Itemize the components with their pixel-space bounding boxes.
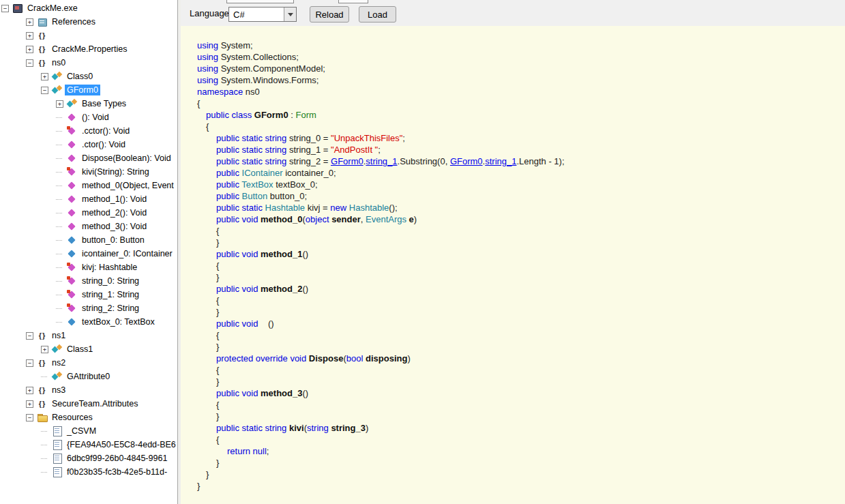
code-token: public void: [216, 284, 261, 294]
tree-item-class1[interactable]: +Class1: [0, 342, 177, 356]
chevron-down-icon[interactable]: [284, 8, 296, 21]
resource-icon: [52, 453, 63, 464]
code-token: public: [216, 168, 242, 178]
code-token: string_0 =: [289, 133, 331, 143]
code-token: button_0;: [267, 191, 307, 201]
code-line: return null;: [197, 445, 845, 457]
code-link[interactable]: GForm0: [331, 156, 364, 166]
code-token: "AndPostIt ": [331, 145, 378, 155]
tree-item-label: icontainer_0: IContainer: [80, 248, 175, 259]
tree-item-base-types[interactable]: +Base Types: [0, 97, 177, 110]
collapse-icon[interactable]: −: [26, 359, 33, 367]
code-token: method_0: [261, 214, 302, 224]
load-button[interactable]: Load: [359, 6, 396, 23]
expand-icon[interactable]: +: [26, 400, 33, 408]
collapse-icon[interactable]: −: [26, 59, 33, 67]
tree-item-fea94a50-e5c8-4edd-be6[interactable]: {FEA94A50-E5C8-4edd-BE6: [0, 438, 177, 451]
code-link[interactable]: GForm0: [450, 156, 483, 166]
code-token: IContainer: [242, 168, 283, 178]
code-token: {: [206, 121, 209, 132]
tree-item-references[interactable]: +References: [0, 15, 177, 29]
collapse-icon[interactable]: −: [1, 5, 9, 12]
expand-icon[interactable]: +: [41, 73, 48, 80]
expand-icon[interactable]: +: [26, 32, 33, 40]
tree-item-ns2[interactable]: −ns2: [0, 356, 177, 370]
code-token: kivi: [289, 423, 304, 433]
code-line: {: [197, 399, 845, 411]
tree-connector: [41, 455, 52, 462]
namespace-icon: [37, 44, 48, 55]
tree-item-cctor-void[interactable]: .cctor(): Void: [0, 124, 177, 138]
tree-item-label: Class0: [65, 71, 95, 82]
tree-item-f0b23b35-fc3b-42e5-b11d[interactable]: f0b23b35-fc3b-42e5-b11d-: [0, 465, 177, 479]
tree-item-label: ns2: [50, 357, 68, 368]
code-token: using: [197, 63, 221, 74]
tree-item-string-0-string[interactable]: string_0: String: [0, 274, 177, 288]
tree-item-6dbc9f99-26b0-4845-9961[interactable]: 6dbc9f99-26b0-4845-9961: [0, 451, 177, 465]
expand-icon[interactable]: +: [41, 346, 48, 353]
tree-item-namespace[interactable]: +: [0, 29, 177, 42]
reload-button[interactable]: Reload: [310, 6, 349, 23]
tree-item-button-0-button[interactable]: button_0: Button: [0, 233, 177, 247]
tree-connector: [56, 237, 67, 244]
tree-connector: [56, 291, 67, 299]
code-token: textBox_0;: [273, 179, 318, 190]
code-token: public void: [216, 214, 261, 224]
code-link[interactable]: string_1: [485, 156, 516, 166]
code-token: new: [330, 203, 349, 213]
tree-item-ctor-void[interactable]: .ctor(): Void: [0, 138, 177, 151]
code-token: .Length - 1);: [516, 156, 564, 166]
tree-item-dispose-boolean-void[interactable]: Dispose(Boolean): Void: [0, 151, 177, 165]
tree-item-ns1[interactable]: −ns1: [0, 329, 177, 342]
collapse-icon[interactable]: −: [26, 414, 33, 421]
tree-item-ns0[interactable]: −ns0: [0, 56, 177, 70]
code-token: {: [216, 400, 219, 410]
tree-item-gattribute0[interactable]: GAttribute0: [0, 370, 177, 383]
code-line: public void method_0(object sender, Even…: [197, 213, 845, 225]
namespace-icon: [37, 398, 48, 409]
tree-item-textbox-0-textbox[interactable]: textBox_0: TextBox: [0, 315, 177, 329]
assembly-tree[interactable]: −CrackMe.exe+References++CrackMe.Propert…: [0, 1, 177, 479]
assembly-tree-panel: −CrackMe.exe+References++CrackMe.Propert…: [0, 0, 178, 504]
tree-item-ns3[interactable]: +ns3: [0, 383, 177, 397]
tree-item-method-3-void[interactable]: method_3(): Void: [0, 220, 177, 233]
code-token: public void: [216, 388, 261, 398]
expand-icon[interactable]: +: [56, 100, 63, 108]
tree-item-gform0[interactable]: −GForm0: [0, 83, 177, 97]
expand-icon[interactable]: +: [26, 18, 33, 26]
code-line: public void method_2(): [197, 283, 845, 295]
tree-item-label: GForm0: [65, 85, 100, 95]
collapse-icon[interactable]: −: [41, 87, 48, 94]
tree-item-kivi-string-string[interactable]: kivi(String): String: [0, 165, 177, 179]
tree-item-resources[interactable]: −Resources: [0, 411, 177, 424]
code-token: }: [216, 307, 219, 317]
expand-icon[interactable]: +: [26, 387, 33, 394]
tree-item-crackme-exe[interactable]: −CrackMe.exe: [0, 1, 177, 15]
code-token: GForm0: [254, 110, 288, 120]
code-token: public void: [216, 249, 261, 259]
tree-item-string-2-string[interactable]: string_2: String: [0, 301, 177, 315]
collapse-icon[interactable]: −: [26, 332, 33, 340]
tree-item-void[interactable]: (): Void: [0, 110, 177, 124]
tree-item-kivj-hashtable[interactable]: kivj: Hashtable: [0, 261, 177, 274]
tree-item-method-0-object-event[interactable]: method_0(Object, Event: [0, 179, 177, 192]
code-line: }: [197, 237, 845, 248]
tree-item-method-2-void[interactable]: method_2(): Void: [0, 206, 177, 220]
tree-item-class0[interactable]: +Class0: [0, 70, 177, 83]
code-token: public static string: [216, 423, 289, 433]
code-token: object: [306, 214, 329, 224]
tree-item-secureteam-attributes[interactable]: +SecureTeam.Attributes: [0, 397, 177, 411]
code-token: string: [307, 423, 329, 433]
expand-icon[interactable]: +: [26, 46, 33, 53]
tree-item-method-1-void[interactable]: method_1(): Void: [0, 192, 177, 206]
tree-item-crackme-properties[interactable]: +CrackMe.Properties: [0, 42, 177, 56]
tree-item-csvm[interactable]: _CSVM: [0, 424, 177, 438]
tree-connector: [41, 441, 52, 449]
code-view[interactable]: using System;using System.Collections;us…: [181, 26, 845, 504]
code-line: public static string string_1 = "AndPost…: [197, 144, 845, 155]
code-link[interactable]: string_1: [366, 156, 397, 166]
tree-item-icontainer-0-icontainer[interactable]: icontainer_0: IContainer: [0, 247, 177, 261]
tree-item-string-1-string[interactable]: string_1: String: [0, 288, 177, 301]
language-select[interactable]: C#: [228, 7, 297, 22]
tree-item-label: .ctor(): Void: [80, 139, 128, 150]
